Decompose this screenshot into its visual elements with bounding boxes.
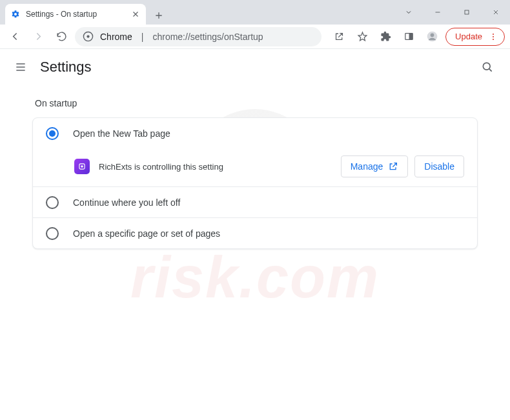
option-label: Continue where you left off [73, 197, 180, 208]
back-button[interactable] [5, 27, 25, 46]
browser-toolbar: Chrome | chrome://settings/onStartup Upd… [0, 25, 510, 49]
close-window-button[interactable] [481, 3, 510, 22]
address-bar[interactable]: Chrome | chrome://settings/onStartup [75, 27, 321, 46]
new-tab-button[interactable] [150, 6, 168, 25]
manage-button[interactable]: Manage [341, 155, 409, 177]
profile-icon[interactable] [422, 27, 442, 46]
search-button[interactable] [478, 57, 497, 77]
svg-point-2 [87, 35, 89, 37]
option-label: Open a specific page or set of pages [73, 228, 220, 239]
update-label: Update [455, 32, 482, 41]
tab-search-button[interactable] [394, 3, 423, 22]
option-new-tab[interactable]: Open the New Tab page [33, 118, 477, 149]
extension-app-icon [74, 159, 90, 174]
svg-point-12 [81, 165, 83, 168]
startup-options-card: Open the New Tab page RichExts is contro… [32, 117, 478, 249]
external-link-icon [388, 161, 398, 172]
menu-button[interactable] [13, 59, 28, 75]
svg-point-10 [483, 63, 490, 70]
update-button[interactable]: Update [445, 28, 505, 46]
settings-header: Settings [0, 49, 510, 85]
controller-message: RichExts is controlling this setting [99, 162, 332, 172]
site-info-icon[interactable] [83, 31, 94, 42]
menu-dots-icon [489, 32, 498, 41]
omnibox-path: chrome://settings/onStartup [152, 32, 263, 42]
minimize-button[interactable] [423, 3, 452, 22]
radio-selected-icon[interactable] [46, 127, 59, 140]
extensions-icon[interactable] [376, 27, 395, 46]
settings-content: On startup Open the New Tab page RichExt… [0, 85, 510, 262]
side-panel-icon[interactable] [399, 27, 418, 46]
bookmark-icon[interactable] [352, 27, 372, 46]
omnibox-separator: | [141, 32, 144, 42]
window-titlebar: Settings - On startup [0, 0, 510, 25]
page-title: Settings [40, 59, 92, 75]
share-icon[interactable] [329, 27, 349, 46]
svg-point-9 [493, 39, 494, 40]
svg-point-8 [493, 36, 494, 37]
radio-icon[interactable] [46, 227, 59, 240]
disable-label: Disable [424, 161, 454, 172]
option-label: Open the New Tab page [73, 128, 170, 139]
gear-icon [10, 9, 21, 19]
section-title: On startup [32, 98, 478, 108]
window-controls [394, 0, 510, 25]
reload-button[interactable] [52, 27, 71, 46]
option-specific-pages[interactable]: Open a specific page or set of pages [33, 217, 477, 248]
svg-point-7 [493, 33, 494, 34]
extension-controller-notice: RichExts is controlling this setting Man… [33, 149, 477, 186]
close-tab-button[interactable] [130, 9, 141, 19]
tab-title: Settings - On startup [26, 10, 125, 19]
svg-rect-0 [465, 10, 469, 14]
radio-icon[interactable] [46, 196, 59, 209]
browser-tab[interactable]: Settings - On startup [5, 4, 146, 25]
svg-point-6 [430, 34, 434, 37]
omnibox-host: Chrome [100, 32, 132, 42]
option-continue[interactable]: Continue where you left off [33, 186, 477, 217]
disable-button[interactable]: Disable [414, 155, 464, 177]
maximize-button[interactable] [452, 3, 481, 22]
svg-rect-4 [409, 34, 413, 40]
forward-button[interactable] [28, 27, 48, 46]
manage-label: Manage [351, 161, 383, 172]
